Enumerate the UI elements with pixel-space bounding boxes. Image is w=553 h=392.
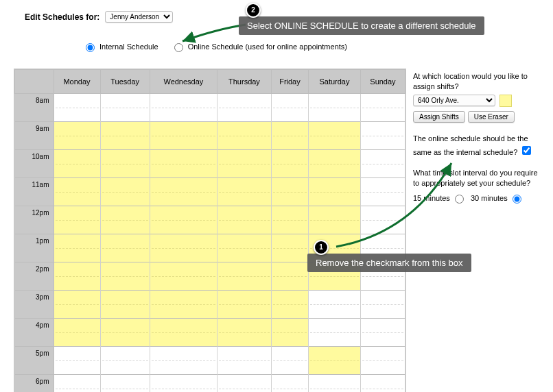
time-label: 11am (15, 178, 54, 206)
schedule-cell[interactable] (309, 206, 361, 234)
schedule-cell[interactable] (271, 94, 308, 122)
radio-internal-input[interactable] (86, 43, 95, 52)
day-header: Sunday (360, 70, 405, 94)
assign-shifts-button[interactable]: Assign Shifts (413, 111, 465, 123)
schedule-cell[interactable] (217, 206, 272, 234)
schedule-cell[interactable] (360, 178, 405, 206)
time-label: 5pm (15, 347, 54, 375)
schedule-cell[interactable] (271, 319, 308, 347)
schedule-cell[interactable] (217, 94, 272, 122)
schedule-cell[interactable] (54, 122, 100, 150)
schedule-cell[interactable] (217, 122, 272, 150)
schedule-cell[interactable] (54, 150, 100, 178)
schedule-cell[interactable] (271, 150, 308, 178)
schedule-cell[interactable] (309, 375, 361, 393)
schedule-cell[interactable] (100, 347, 150, 375)
schedule-cell[interactable] (54, 319, 100, 347)
schedule-cell[interactable] (150, 234, 217, 262)
schedule-cell[interactable] (309, 291, 361, 319)
schedule-cell[interactable] (309, 122, 361, 150)
schedule-cell[interactable] (309, 94, 361, 122)
schedule-cell[interactable] (217, 262, 272, 291)
schedule-cell[interactable] (271, 234, 308, 262)
schedule-cell[interactable] (150, 178, 217, 206)
interval-question: What time slot interval do you require t… (413, 168, 543, 188)
schedule-cell[interactable] (309, 319, 361, 347)
schedule-cell[interactable] (100, 375, 150, 393)
schedule-cell[interactable] (271, 347, 308, 375)
schedule-cell[interactable] (217, 150, 272, 178)
schedule-cell[interactable] (360, 347, 405, 375)
schedule-cell[interactable] (271, 178, 308, 206)
schedule-cell[interactable] (309, 347, 361, 375)
schedule-cell[interactable] (100, 206, 150, 234)
schedule-cell[interactable] (54, 234, 100, 262)
interval-30-radio[interactable] (513, 195, 521, 204)
step-1-bubble: 1 (314, 240, 329, 255)
schedule-cell[interactable] (100, 262, 150, 291)
schedule-cell[interactable] (100, 178, 150, 206)
schedule-cell[interactable] (309, 178, 361, 206)
schedule-cell[interactable] (271, 206, 308, 234)
interval-15[interactable]: 15 minutes (413, 193, 466, 204)
step-2-caption: Select ONLINE SCHEDULE to create a diffe… (239, 16, 484, 35)
use-eraser-button[interactable]: Use Eraser (468, 111, 515, 123)
schedule-cell[interactable] (54, 206, 100, 234)
schedule-cell[interactable] (54, 347, 100, 375)
schedule-cell[interactable] (360, 94, 405, 122)
schedule-cell[interactable] (100, 291, 150, 319)
schedule-cell[interactable] (217, 319, 272, 347)
schedule-cell[interactable] (271, 262, 308, 291)
interval-30[interactable]: 30 minutes (471, 193, 523, 204)
interval-15-radio[interactable] (455, 195, 464, 204)
radio-online[interactable]: Online Schedule (used for online appoint… (171, 41, 347, 52)
schedule-cell[interactable] (360, 375, 405, 393)
schedule-cell[interactable] (217, 375, 272, 393)
schedule-cell[interactable] (217, 347, 272, 375)
schedule-cell[interactable] (360, 291, 405, 319)
schedule-cell[interactable] (54, 178, 100, 206)
schedule-cell[interactable] (217, 291, 272, 319)
schedule-cell[interactable] (150, 347, 217, 375)
schedule-cell[interactable] (150, 291, 217, 319)
schedule-cell[interactable] (150, 94, 217, 122)
schedule-cell[interactable] (309, 150, 361, 178)
time-label: 3pm (15, 291, 54, 319)
schedule-cell[interactable] (360, 150, 405, 178)
day-header: Friday (271, 70, 308, 94)
same-schedule-checkbox[interactable] (522, 146, 531, 155)
schedule-cell[interactable] (100, 234, 150, 262)
schedule-cell[interactable] (271, 122, 308, 150)
schedule-cell[interactable] (150, 122, 217, 150)
schedule-cell[interactable] (150, 262, 217, 291)
schedule-cell[interactable] (150, 319, 217, 347)
schedule-cell[interactable] (150, 206, 217, 234)
schedule-cell[interactable] (217, 178, 272, 206)
schedule-cell[interactable] (54, 94, 100, 122)
schedule-cell[interactable] (100, 319, 150, 347)
schedule-cell[interactable] (100, 122, 150, 150)
schedule-cell[interactable] (100, 94, 150, 122)
schedule-cell[interactable] (54, 291, 100, 319)
schedule-cell[interactable] (150, 150, 217, 178)
time-label: 6pm (15, 375, 54, 393)
day-header: Tuesday (100, 70, 150, 94)
schedule-grid[interactable]: MondayTuesdayWednesdayThursdayFridaySatu… (14, 69, 406, 392)
schedule-cell[interactable] (360, 319, 405, 347)
schedule-cell[interactable] (271, 375, 308, 393)
user-select[interactable]: Jenny Anderson (105, 11, 173, 23)
radio-online-input[interactable] (174, 43, 183, 52)
location-select[interactable]: 640 Orly Ave. (413, 95, 495, 106)
schedule-cell[interactable] (100, 150, 150, 178)
schedule-cell[interactable] (217, 234, 272, 262)
side-panel: At which location would you like to assi… (413, 71, 543, 215)
schedule-cell[interactable] (271, 291, 308, 319)
schedule-cell[interactable] (150, 375, 217, 393)
radio-internal[interactable]: Internal Schedule (82, 41, 158, 52)
location-color-swatch (499, 95, 512, 107)
schedule-cell[interactable] (360, 122, 405, 150)
schedule-cell[interactable] (54, 375, 100, 393)
time-label: 10am (15, 150, 54, 178)
schedule-cell[interactable] (360, 206, 405, 234)
schedule-cell[interactable] (54, 262, 100, 291)
